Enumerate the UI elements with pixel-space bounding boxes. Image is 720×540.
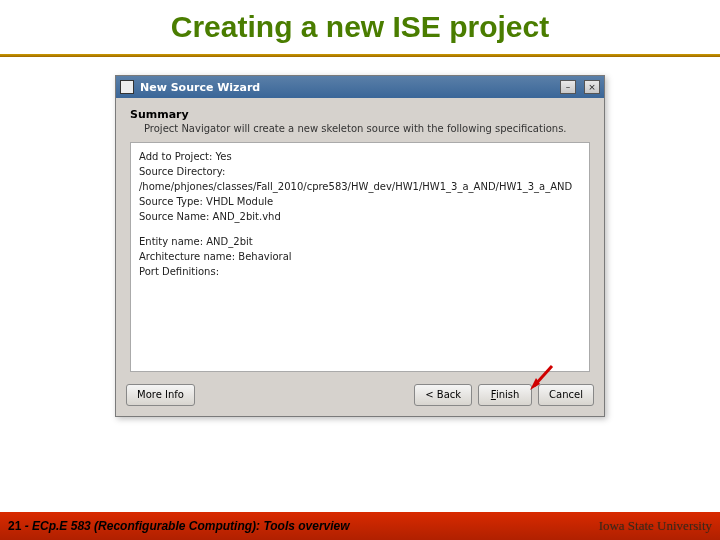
summary-description: Project Navigator will create a new skel…	[144, 123, 590, 134]
back-button[interactable]: < Back	[414, 384, 472, 406]
summary-text-box: Add to Project: Yes Source Directory: /h…	[130, 142, 590, 372]
slide-footer: 21 - ECp.E 583 (Reconfigurable Computing…	[0, 512, 720, 540]
summary-line: Port Definitions:	[139, 264, 581, 279]
summary-line: Entity name: AND_2bit	[139, 234, 581, 249]
course-label: ECp.E 583 (Reconfigurable Computing): To…	[32, 519, 350, 533]
footer-left: 21 - ECp.E 583 (Reconfigurable Computing…	[8, 519, 350, 533]
footer-university: Iowa State University	[599, 518, 712, 534]
finish-button[interactable]: Finish	[478, 384, 532, 406]
summary-line: Source Type: VHDL Module	[139, 194, 581, 209]
summary-line: Add to Project: Yes	[139, 149, 581, 164]
minimize-icon[interactable]: –	[560, 80, 576, 94]
titlebar: New Source Wizard – ×	[116, 76, 604, 98]
more-info-button[interactable]: More Info	[126, 384, 195, 406]
title-underline	[0, 54, 720, 57]
summary-line: Source Directory:	[139, 164, 581, 179]
summary-block-entity: Entity name: AND_2bit Architecture name:…	[139, 234, 581, 279]
slide-title: Creating a new ISE project	[0, 0, 720, 50]
close-icon[interactable]: ×	[584, 80, 600, 94]
summary-line: /home/phjones/classes/Fall_2010/cpre583/…	[139, 179, 581, 194]
app-icon	[120, 80, 134, 94]
summary-line: Architecture name: Behavioral	[139, 249, 581, 264]
summary-heading: Summary	[130, 108, 590, 121]
page-number: 21	[8, 519, 21, 533]
button-row: More Info < Back Finish Cancel	[116, 378, 604, 416]
wizard-dialog: New Source Wizard – × Summary Project Na…	[115, 75, 605, 417]
dialog-body: Summary Project Navigator will create a …	[116, 98, 604, 378]
summary-block-project: Add to Project: Yes Source Directory: /h…	[139, 149, 581, 224]
window-title: New Source Wizard	[140, 81, 552, 94]
summary-line: Source Name: AND_2bit.vhd	[139, 209, 581, 224]
cancel-button[interactable]: Cancel	[538, 384, 594, 406]
